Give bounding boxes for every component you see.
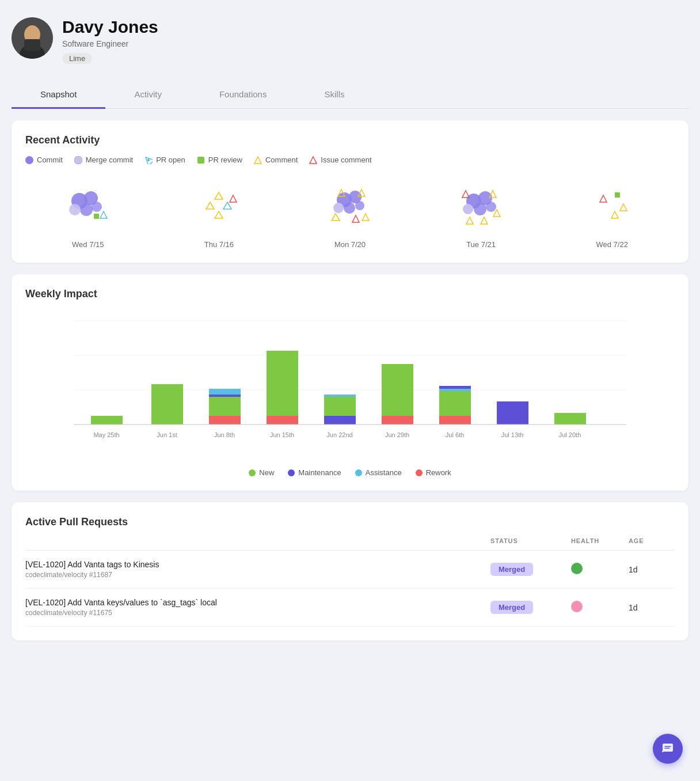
svg-rect-60 — [324, 395, 356, 397]
day-label-2: Thu 7/16 — [204, 240, 234, 249]
pr-status-1: Merged — [490, 563, 571, 576]
svg-marker-41 — [466, 217, 473, 224]
tabs-bar: Snapshot Activity Foundations Skills — [12, 81, 688, 109]
svg-marker-9 — [254, 157, 261, 164]
activity-days-container: Wed 7/15 Thu 7/16 — [25, 178, 675, 249]
activity-day-5: Wed 7/22 — [586, 178, 638, 249]
health-dot-1 — [571, 563, 583, 574]
svg-text:Jul 6th: Jul 6th — [446, 431, 464, 438]
avatar — [12, 17, 53, 59]
svg-text:Jun 29th: Jun 29th — [385, 431, 409, 438]
svg-point-35 — [474, 203, 486, 215]
svg-point-36 — [463, 204, 473, 214]
activity-day-4: Tue 7/21 — [455, 178, 507, 249]
svg-rect-59 — [324, 397, 356, 416]
legend-merge-commit: Merge commit — [74, 156, 133, 164]
weekly-impact-chart: May 25th Jun 1st Jun 8th Jun 15th Jun 22… — [25, 309, 675, 461]
profile-name: Davy Jones — [62, 17, 158, 37]
activity-legend: Commit Merge commit PR open PR review Co… — [25, 156, 675, 164]
svg-point-5 — [74, 156, 82, 164]
pr-title-2: [VEL-1020] Add Vanta keys/values to `asg… — [25, 598, 490, 607]
pr-health-1 — [571, 563, 629, 577]
svg-marker-10 — [310, 157, 317, 164]
activity-day-2: Thu 7/16 — [193, 178, 245, 249]
svg-rect-57 — [267, 351, 298, 424]
svg-point-15 — [92, 202, 102, 212]
pull-requests-title: Active Pull Requests — [25, 516, 675, 528]
svg-text:Jul 20th: Jul 20th — [559, 431, 581, 438]
svg-text:Jun 8th: Jun 8th — [214, 431, 235, 438]
profile-title: Software Engineer — [62, 39, 158, 48]
svg-rect-58 — [267, 416, 298, 424]
legend-new: New — [249, 468, 274, 477]
profile-info: Davy Jones Software Engineer Lime — [62, 17, 158, 64]
svg-point-27 — [355, 201, 364, 210]
legend-assistance: Assistance — [355, 468, 402, 477]
svg-marker-18 — [215, 192, 223, 199]
profile-header: Davy Jones Software Engineer Lime — [12, 12, 688, 70]
bubble-group-3 — [324, 178, 376, 230]
svg-rect-52 — [151, 384, 183, 424]
legend-dot-rework — [416, 469, 423, 476]
legend-maintenance: Maintenance — [288, 468, 341, 477]
day-label-4: Tue 7/21 — [466, 240, 496, 249]
bubble-group-2 — [193, 178, 245, 230]
pr-table-header: STATUS HEALTH AGE — [25, 537, 675, 551]
tab-snapshot[interactable]: Snapshot — [12, 81, 105, 109]
svg-rect-51 — [91, 416, 123, 424]
svg-marker-32 — [352, 215, 359, 222]
bubble-group-5 — [586, 178, 638, 230]
legend-dot-assistance — [355, 469, 362, 476]
legend-comment: Comment — [254, 156, 298, 164]
table-row: [VEL-1020] Add Vanta tags to Kinesis cod… — [25, 551, 675, 589]
svg-marker-43 — [600, 195, 607, 202]
pr-info-2: [VEL-1020] Add Vanta keys/values to `asg… — [25, 598, 490, 617]
svg-rect-8 — [197, 157, 204, 164]
pr-age-2: 1d — [629, 603, 675, 612]
svg-rect-63 — [382, 416, 413, 424]
pr-col-health: HEALTH — [571, 537, 629, 544]
svg-point-4 — [25, 156, 33, 164]
svg-point-37 — [486, 202, 496, 212]
svg-rect-3 — [24, 39, 40, 51]
svg-marker-20 — [223, 202, 231, 209]
recent-activity-card: Recent Activity Commit Merge commit PR o… — [12, 120, 688, 263]
tab-foundations[interactable]: Foundations — [191, 81, 296, 109]
svg-rect-56 — [209, 416, 241, 424]
svg-marker-31 — [362, 214, 369, 221]
weekly-impact-card: Weekly Impact — [12, 274, 688, 491]
recent-activity-title: Recent Activity — [25, 134, 675, 146]
day-label-1: Wed 7/15 — [72, 240, 104, 249]
pull-requests-card: Active Pull Requests STATUS HEALTH AGE [… — [12, 502, 688, 640]
status-badge-2: Merged — [490, 601, 533, 614]
svg-rect-54 — [209, 395, 241, 397]
pr-age-1: 1d — [629, 565, 675, 574]
svg-text:Jun 22nd: Jun 22nd — [326, 431, 352, 438]
svg-point-13 — [80, 203, 93, 216]
svg-rect-66 — [439, 386, 471, 389]
svg-marker-45 — [620, 204, 627, 211]
svg-marker-21 — [215, 211, 223, 218]
svg-marker-17 — [100, 211, 107, 218]
bubble-group-1 — [62, 178, 114, 230]
svg-rect-44 — [615, 192, 620, 198]
svg-marker-42 — [481, 217, 488, 224]
svg-text:Jul 13th: Jul 13th — [501, 431, 524, 438]
legend-commit: Commit — [25, 156, 63, 164]
svg-rect-61 — [324, 416, 356, 424]
pr-repo-2: codeclimate/velocity #11675 — [25, 609, 490, 617]
legend-pr-open: PR open — [144, 156, 185, 164]
pr-repo-1: codeclimate/velocity #11687 — [25, 571, 490, 579]
chat-button[interactable] — [653, 734, 683, 764]
svg-point-25 — [344, 202, 355, 214]
pr-title-1: [VEL-1020] Add Vanta tags to Kinesis — [25, 560, 490, 569]
svg-rect-16 — [94, 214, 99, 219]
tab-activity[interactable]: Activity — [105, 81, 191, 109]
svg-marker-22 — [230, 195, 237, 202]
tab-skills[interactable]: Skills — [295, 81, 373, 109]
legend-pr-review: PR review — [197, 156, 242, 164]
svg-rect-67 — [439, 416, 471, 424]
svg-rect-64 — [439, 391, 471, 416]
svg-rect-68 — [497, 401, 528, 424]
svg-rect-53 — [209, 389, 241, 395]
